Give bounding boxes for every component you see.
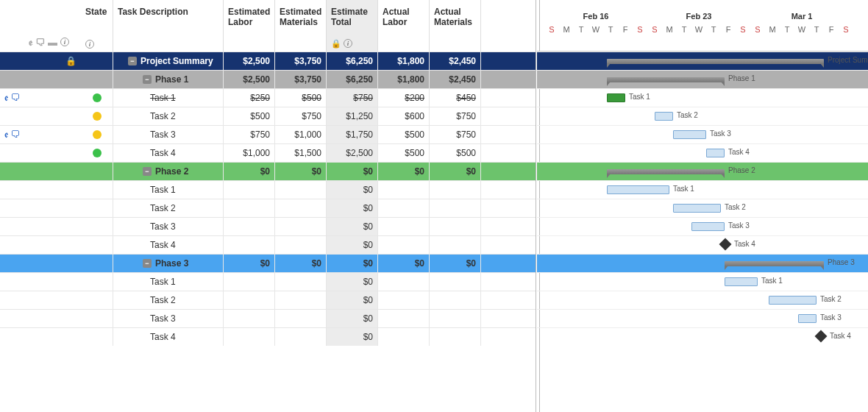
gantt-bar[interactable] bbox=[725, 261, 824, 266]
cell[interactable] bbox=[275, 291, 327, 309]
cell[interactable] bbox=[430, 199, 481, 217]
cell[interactable]: −Phase 2 bbox=[113, 162, 224, 180]
act-labor-header[interactable]: Actual Labor bbox=[378, 0, 430, 52]
cell[interactable]: −Phase 3 bbox=[113, 254, 224, 272]
cell[interactable]: Task 1 bbox=[113, 272, 224, 291]
cell[interactable]: $2,500 bbox=[327, 143, 378, 162]
cell[interactable]: $0 bbox=[224, 254, 275, 272]
cell[interactable] bbox=[81, 309, 113, 327]
gantt-bar[interactable] bbox=[673, 130, 706, 139]
gantt-bar[interactable] bbox=[607, 59, 824, 64]
cell[interactable] bbox=[81, 235, 113, 254]
cell[interactable] bbox=[0, 143, 81, 162]
act-mat-header[interactable]: Actual Materials bbox=[430, 0, 481, 52]
cell[interactable] bbox=[275, 235, 327, 254]
cell[interactable]: 𝖊🗨 bbox=[0, 88, 81, 107]
cell[interactable]: $0 bbox=[430, 254, 481, 272]
cell[interactable]: Task 2 bbox=[113, 291, 224, 309]
cell[interactable]: $1,800 bbox=[378, 70, 430, 88]
cell[interactable]: Task 4 bbox=[113, 235, 224, 254]
gantt-row[interactable]: Task 3 bbox=[537, 217, 868, 235]
cell[interactable] bbox=[81, 107, 113, 125]
gantt-bar[interactable] bbox=[673, 204, 721, 213]
cell[interactable]: $750 bbox=[430, 125, 481, 143]
cell[interactable]: $0 bbox=[327, 327, 378, 346]
cell[interactable]: $0 bbox=[327, 162, 378, 180]
cell[interactable] bbox=[430, 180, 481, 199]
cell[interactable] bbox=[275, 180, 327, 199]
cell[interactable] bbox=[81, 88, 113, 107]
cell[interactable]: Task 2 bbox=[113, 107, 224, 125]
cell[interactable] bbox=[81, 291, 113, 309]
cell[interactable]: $750 bbox=[327, 88, 378, 107]
gantt-bar[interactable] bbox=[691, 222, 725, 231]
cell[interactable]: Task 3 bbox=[113, 309, 224, 327]
cell[interactable] bbox=[275, 327, 327, 346]
gantt-bar[interactable] bbox=[725, 277, 758, 286]
cell[interactable] bbox=[481, 88, 537, 107]
collapse-toggle[interactable]: − bbox=[143, 75, 152, 84]
gantt-bar[interactable] bbox=[769, 296, 817, 305]
state-dot[interactable] bbox=[93, 130, 102, 139]
cell[interactable] bbox=[378, 235, 430, 254]
milestone-diamond[interactable] bbox=[815, 330, 828, 343]
cell[interactable] bbox=[481, 309, 537, 327]
attach-icon[interactable]: 𝖊 bbox=[4, 92, 8, 104]
cell[interactable] bbox=[0, 180, 81, 199]
collapse-toggle[interactable]: − bbox=[143, 167, 152, 176]
gantt-row[interactable]: Project Sum bbox=[537, 52, 868, 70]
cell[interactable]: $2,500 bbox=[224, 70, 275, 88]
cell[interactable]: $1,250 bbox=[327, 107, 378, 125]
cell[interactable] bbox=[224, 309, 275, 327]
attach-icon[interactable]: 𝖊 bbox=[4, 129, 8, 141]
cell[interactable]: Task 2 bbox=[113, 199, 224, 217]
cell[interactable] bbox=[224, 180, 275, 199]
cell[interactable]: $600 bbox=[378, 107, 430, 125]
cell[interactable] bbox=[81, 52, 113, 70]
cell[interactable]: $0 bbox=[327, 291, 378, 309]
gantt-row[interactable]: Task 1 bbox=[537, 88, 868, 107]
cell[interactable]: Task 1 bbox=[113, 180, 224, 199]
cell[interactable] bbox=[481, 235, 537, 254]
cell[interactable]: $750 bbox=[275, 107, 327, 125]
gantt-row[interactable]: Phase 2 bbox=[537, 162, 868, 180]
cell[interactable]: $250 bbox=[224, 88, 275, 107]
cell[interactable] bbox=[0, 327, 81, 346]
cell[interactable] bbox=[81, 199, 113, 217]
cell[interactable]: $0 bbox=[430, 162, 481, 180]
cell[interactable] bbox=[481, 162, 537, 180]
comment-icon[interactable]: 🗨 bbox=[10, 129, 20, 141]
gantt-row[interactable]: Task 2 bbox=[537, 291, 868, 309]
gantt-bar[interactable] bbox=[655, 112, 673, 121]
gantt-bar[interactable] bbox=[607, 93, 625, 102]
cell[interactable] bbox=[481, 52, 537, 70]
cell[interactable]: −Project Summary bbox=[113, 52, 224, 70]
cell[interactable] bbox=[481, 143, 537, 162]
cell[interactable]: −Phase 1 bbox=[113, 70, 224, 88]
cell[interactable] bbox=[378, 217, 430, 235]
cell[interactable]: $750 bbox=[224, 125, 275, 143]
cell[interactable] bbox=[224, 235, 275, 254]
gantt-row[interactable]: Task 2 bbox=[537, 199, 868, 217]
cell[interactable]: $0 bbox=[327, 217, 378, 235]
cell[interactable]: $0 bbox=[275, 254, 327, 272]
cell[interactable]: $0 bbox=[378, 254, 430, 272]
gantt-chart[interactable]: Feb 16Feb 23Mar 1 SMTWTFSSMTWTFSSMTWTFS … bbox=[537, 0, 868, 412]
gantt-row[interactable]: Phase 3 bbox=[537, 254, 868, 272]
cell[interactable] bbox=[224, 272, 275, 291]
cell[interactable] bbox=[430, 309, 481, 327]
est-total-header[interactable]: Estimate Total🔒 i bbox=[327, 0, 378, 52]
cell[interactable]: 🔒 bbox=[0, 52, 81, 70]
gantt-bar[interactable] bbox=[798, 314, 817, 323]
cell[interactable]: $0 bbox=[275, 162, 327, 180]
collapse-toggle[interactable]: − bbox=[128, 57, 137, 65]
gantt-row[interactable]: Task 3 bbox=[537, 309, 868, 327]
cell[interactable] bbox=[378, 180, 430, 199]
cell[interactable] bbox=[378, 291, 430, 309]
cell[interactable]: $2,450 bbox=[430, 70, 481, 88]
cell[interactable] bbox=[481, 125, 537, 143]
cell[interactable]: Task 1 bbox=[113, 88, 224, 107]
cell[interactable] bbox=[481, 107, 537, 125]
gantt-row[interactable]: Task 3 bbox=[537, 125, 868, 143]
cell[interactable] bbox=[224, 217, 275, 235]
